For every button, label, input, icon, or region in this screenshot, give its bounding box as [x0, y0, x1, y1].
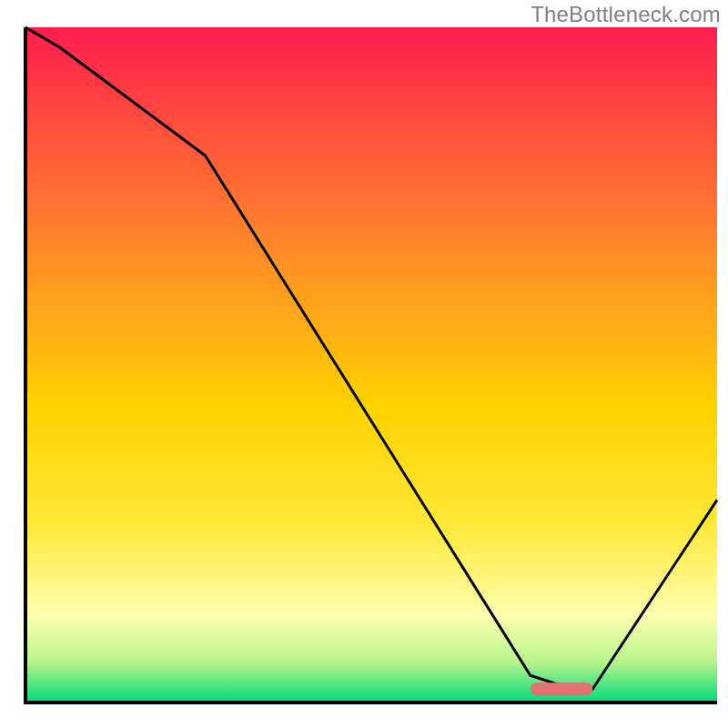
bottleneck-chart: [0, 0, 728, 728]
optimal-range-marker: [531, 682, 592, 695]
chart-container: TheBottleneck.com: [0, 0, 728, 728]
watermark-text: TheBottleneck.com: [531, 2, 721, 27]
plot-gradient-area: [25, 27, 717, 703]
